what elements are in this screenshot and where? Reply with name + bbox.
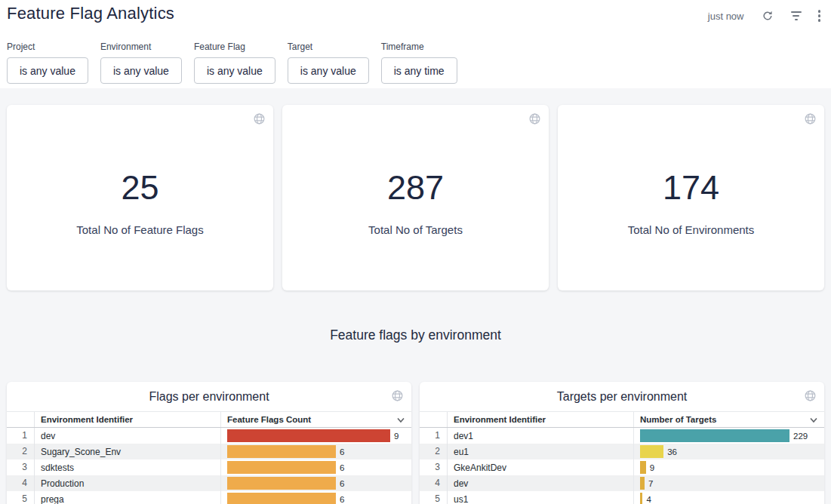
table-row[interactable]: 5 us1 4 — [420, 491, 824, 504]
row-index: 4 — [420, 475, 448, 491]
kebab-menu-icon — [818, 10, 821, 22]
more-menu-button[interactable] — [818, 8, 821, 23]
bar-value-label: 6 — [340, 479, 344, 488]
globe-icon — [804, 389, 817, 402]
cell-environment-identifier: us1 — [448, 491, 634, 504]
cell-environment-identifier: dev — [448, 475, 634, 491]
value-bar — [640, 493, 642, 504]
filter-timeframe-value[interactable]: is any time — [381, 57, 457, 84]
cell-environment-identifier: prega — [35, 491, 221, 504]
filter-target-value[interactable]: is any value — [288, 57, 369, 84]
filter-feature-flag: Feature Flag is any value — [194, 41, 275, 84]
value-bar — [227, 445, 336, 458]
dashboard-header: Feature Flag Analytics just now — [0, 0, 831, 88]
filter-project: Project is any value — [7, 41, 88, 84]
dashboard-page: Feature Flag Analytics just now — [0, 0, 831, 504]
table-row[interactable]: 1 dev1 229 — [420, 428, 824, 444]
row-index: 3 — [420, 459, 448, 475]
filter-label: Project — [7, 41, 88, 52]
filter-label: Target — [288, 41, 369, 52]
column-header-environment-identifier[interactable]: Environment Identifier — [35, 412, 221, 427]
globe-icon — [528, 112, 541, 125]
bar-value-label: 36 — [667, 447, 677, 456]
value-bar — [640, 477, 645, 490]
bar-value-label: 4 — [646, 495, 651, 504]
chevron-down-icon[interactable] — [396, 416, 405, 424]
bar-value-label: 6 — [340, 447, 344, 456]
value-bar — [227, 493, 336, 504]
column-header-number-of-targets[interactable]: Number of Targets — [634, 412, 824, 427]
chart-card-targets-per-environment: Targets per environment Environment Iden… — [420, 382, 824, 504]
filter-list-icon — [791, 11, 802, 20]
table-row[interactable]: 4 dev 7 — [420, 475, 824, 491]
header-controls: just now — [708, 8, 820, 23]
filter-environment-value[interactable]: is any value — [100, 57, 182, 84]
row-index: 2 — [7, 444, 35, 459]
filter-bar: Project is any value Environment is any … — [0, 23, 831, 84]
filter-environment: Environment is any value — [100, 41, 182, 84]
kpi-card-total-feature-flags: 25 Total No of Feature Flags — [7, 105, 273, 290]
table-row[interactable]: 1 dev 9 — [7, 428, 411, 444]
table-body: 1 dev1 229 2 eu1 36 3 GkeAnkitDev 9 — [420, 428, 824, 504]
row-number-column-header — [420, 412, 448, 427]
cell-environment-identifier: GkeAnkitDev — [448, 459, 634, 475]
table-body: 1 dev 9 2 Sugary_Scone_Env 6 3 sdktests … — [7, 428, 411, 504]
kpi-value: 174 — [663, 171, 719, 204]
table-row[interactable]: 3 GkeAnkitDev 9 — [420, 459, 824, 475]
bar-value-label: 229 — [793, 432, 808, 441]
bar-value-label: 9 — [650, 463, 654, 472]
cell-environment-identifier: Sugary_Scone_Env — [35, 444, 221, 459]
chart-title: Flags per environment — [7, 382, 411, 404]
cell-environment-identifier: eu1 — [448, 444, 634, 459]
kpi-card-total-environments: 174 Total No of Environments — [558, 105, 824, 290]
title-row: Feature Flag Analytics just now — [0, 0, 831, 23]
cell-environment-identifier: dev — [35, 428, 221, 444]
charts-row: Flags per environment Environment Identi… — [7, 382, 824, 504]
kpi-label: Total No of Environments — [628, 223, 755, 236]
chart-title: Targets per environment — [420, 382, 824, 404]
section-title: Feature flags by environment — [7, 327, 824, 343]
kpi-row: 25 Total No of Feature Flags 287 Total N… — [7, 105, 824, 290]
refresh-icon — [761, 9, 774, 23]
cell-environment-identifier: Production — [35, 475, 221, 491]
page-title: Feature Flag Analytics — [7, 4, 174, 23]
filter-label: Environment — [100, 41, 182, 52]
kpi-value: 25 — [121, 171, 159, 204]
value-bar — [227, 477, 336, 490]
column-header-label: Feature Flags Count — [227, 415, 311, 424]
globe-icon — [253, 112, 266, 125]
row-index: 5 — [7, 491, 35, 504]
column-header-feature-flags-count[interactable]: Feature Flags Count — [221, 412, 411, 427]
kpi-card-total-targets: 287 Total No of Targets — [282, 105, 549, 290]
filter-timeframe: Timeframe is any time — [381, 41, 457, 84]
table-header: Environment Identifier Number of Targets — [420, 411, 824, 428]
filter-project-value[interactable]: is any value — [7, 57, 88, 84]
table-row[interactable]: 5 prega 6 — [7, 491, 411, 504]
row-index: 3 — [7, 459, 35, 475]
bar-value-label: 6 — [340, 463, 344, 472]
row-index: 1 — [7, 428, 35, 444]
row-index: 2 — [420, 444, 448, 459]
refresh-button[interactable] — [761, 8, 774, 23]
table-row[interactable]: 2 eu1 36 — [420, 444, 824, 459]
last-refreshed-text: just now — [708, 11, 744, 22]
column-header-environment-identifier[interactable]: Environment Identifier — [448, 412, 634, 427]
table-header: Environment Identifier Feature Flags Cou… — [7, 411, 411, 428]
filter-target: Target is any value — [288, 41, 369, 84]
table-row[interactable]: 4 Production 6 — [7, 475, 411, 491]
row-index: 1 — [420, 428, 448, 444]
value-bar — [640, 429, 789, 442]
bar-value-label: 9 — [394, 432, 399, 441]
dashboard-filters-button[interactable] — [791, 8, 802, 23]
kpi-value: 287 — [387, 171, 444, 204]
dashboard-body: 25 Total No of Feature Flags 287 Total N… — [0, 88, 831, 504]
column-header-label: Number of Targets — [640, 415, 716, 424]
bar-value-label: 6 — [340, 495, 344, 504]
table-row[interactable]: 2 Sugary_Scone_Env 6 — [7, 444, 411, 459]
globe-icon — [804, 112, 817, 125]
chevron-down-icon[interactable] — [809, 416, 818, 424]
bar-value-label: 7 — [648, 479, 653, 488]
row-index: 4 — [7, 475, 35, 491]
table-row[interactable]: 3 sdktests 6 — [7, 459, 411, 475]
filter-feature-flag-value[interactable]: is any value — [194, 57, 275, 84]
